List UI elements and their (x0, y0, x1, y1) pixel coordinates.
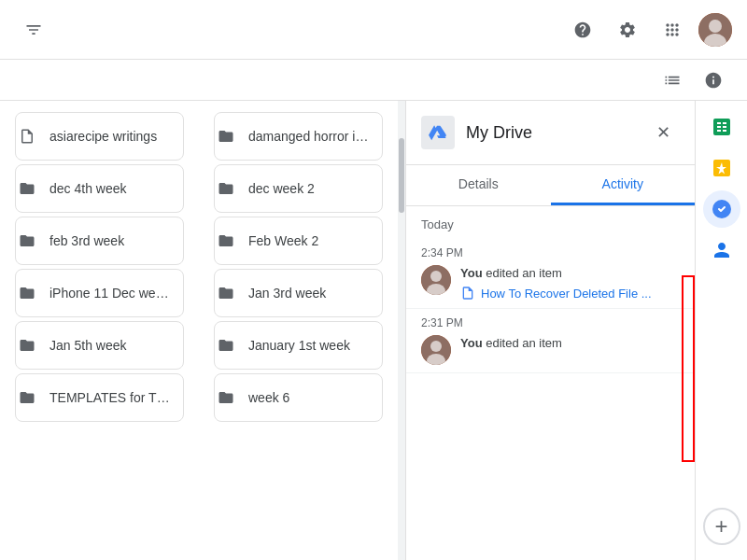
svg-point-7 (430, 341, 442, 352)
file-name: Jan 5th week (49, 338, 176, 353)
list-item[interactable]: dec week 2 (214, 164, 383, 213)
svg-rect-13 (723, 126, 726, 128)
activity-content: Today 2:34 PM You edited an item (406, 206, 695, 560)
list-item[interactable]: TEMPLATES for TEAM ... (15, 373, 184, 422)
file-name: TEMPLATES for TEAM ... (49, 390, 176, 405)
folder-icon (16, 334, 38, 357)
activity-avatar (421, 335, 451, 365)
file-grid-area: asiarecipe writings dec 4th week feb 3rd… (0, 101, 398, 560)
scrollbar-thumb[interactable] (399, 138, 404, 213)
scroll-divider[interactable] (398, 101, 405, 560)
activity-file-name: How To Recover Deleted File ... (481, 287, 652, 301)
file-name: asiarecipe writings (49, 129, 176, 144)
folder-icon (16, 282, 38, 304)
settings-button[interactable] (609, 11, 646, 49)
header-icons (564, 11, 732, 49)
sub-header (0, 60, 747, 101)
help-button[interactable] (564, 11, 601, 49)
activity-date-header: Today (406, 206, 695, 239)
activity-user: You (460, 266, 483, 280)
apps-button[interactable] (654, 11, 691, 49)
activity-text: You edited an item (460, 335, 562, 352)
activity-user: You (460, 336, 483, 350)
close-panel-button[interactable]: ✕ (646, 116, 680, 149)
list-view-button[interactable] (654, 62, 691, 99)
list-item[interactable]: damanged horror inspir... (214, 112, 383, 161)
activity-description: You edited an item How To Recover Delete… (460, 265, 652, 301)
svg-rect-11 (723, 122, 726, 124)
filter-button[interactable] (15, 11, 52, 49)
user-avatar[interactable] (698, 13, 732, 47)
file-name: Jan 3rd week (248, 286, 374, 301)
sheets-icon[interactable] (703, 108, 740, 146)
activity-text: You edited an item (460, 265, 652, 282)
panel-header: My Drive ✕ (406, 101, 695, 165)
activity-description: You edited an item (460, 335, 562, 352)
right-sidebar: + (695, 101, 747, 560)
file-name: dec week 2 (248, 181, 374, 196)
file-name: feb 3rd week (49, 233, 176, 248)
main-content: asiarecipe writings dec 4th week feb 3rd… (0, 101, 747, 560)
folder-icon (215, 386, 237, 409)
folder-icon (215, 177, 237, 200)
info-button[interactable] (695, 62, 732, 99)
panel-title: My Drive (466, 123, 646, 143)
activity-row: You edited an item (421, 335, 680, 365)
file-name: damanged horror inspir... (248, 129, 374, 144)
svg-point-4 (430, 271, 442, 282)
folder-icon (16, 230, 38, 252)
tab-activity[interactable]: Activity (551, 165, 696, 205)
tab-details[interactable]: Details (406, 165, 551, 205)
svg-point-1 (709, 20, 722, 33)
list-item[interactable]: iPhone 11 Dec week1 (15, 269, 184, 317)
svg-rect-12 (717, 126, 721, 128)
list-item[interactable]: feb 3rd week (15, 217, 184, 265)
activity-item: 2:31 PM You edited an item (406, 309, 695, 373)
svg-rect-9 (713, 119, 730, 135)
activity-row: You edited an item How To Recover Delete… (421, 265, 680, 301)
file-name: week 6 (248, 390, 374, 405)
list-item[interactable]: January 1st week (214, 321, 383, 370)
tasks-icon[interactable] (703, 190, 740, 228)
list-item[interactable]: Jan 5th week (15, 321, 184, 370)
main-header (0, 0, 747, 60)
svg-rect-15 (723, 130, 726, 132)
contacts-icon[interactable] (703, 231, 740, 269)
file-columns: asiarecipe writings dec 4th week feb 3rd… (0, 101, 398, 560)
activity-action: edited an item (483, 266, 562, 280)
activity-item: 2:34 PM You edited an item (406, 239, 695, 309)
drive-icon (421, 116, 455, 149)
folder-icon (215, 125, 237, 147)
folder-icon (16, 177, 38, 200)
add-app-button[interactable]: + (703, 508, 740, 545)
list-item[interactable]: week 6 (214, 373, 383, 422)
list-item[interactable]: Jan 3rd week (214, 269, 383, 317)
activity-action: edited an item (483, 336, 562, 350)
file-name: January 1st week (248, 338, 374, 353)
right-file-column: damanged horror inspir... dec week 2 Feb… (199, 101, 398, 560)
list-item[interactable]: asiarecipe writings (15, 112, 184, 161)
file-name: iPhone 11 Dec week1 (49, 286, 176, 301)
svg-rect-10 (717, 122, 721, 124)
panel-tabs: Details Activity (406, 165, 695, 206)
list-item[interactable]: Feb Week 2 (214, 217, 383, 265)
activity-avatar (421, 265, 451, 295)
side-panel: My Drive ✕ Details Activity Today 2:34 P… (405, 101, 695, 560)
svg-rect-14 (717, 130, 721, 132)
sub-header-icons (654, 62, 732, 99)
file-icon (16, 125, 38, 147)
folder-icon (215, 334, 237, 357)
file-name: Feb Week 2 (248, 233, 374, 248)
folder-icon (215, 230, 237, 252)
file-name: dec 4th week (49, 181, 176, 196)
folder-icon (215, 282, 237, 304)
keep-icon[interactable] (703, 149, 740, 187)
activity-time: 2:31 PM (421, 316, 680, 329)
left-file-column: asiarecipe writings dec 4th week feb 3rd… (0, 101, 199, 560)
list-item[interactable]: dec 4th week (15, 164, 184, 213)
folder-icon (16, 386, 38, 409)
activity-file-link[interactable]: How To Recover Deleted File ... (460, 286, 652, 301)
activity-time: 2:34 PM (421, 246, 680, 259)
